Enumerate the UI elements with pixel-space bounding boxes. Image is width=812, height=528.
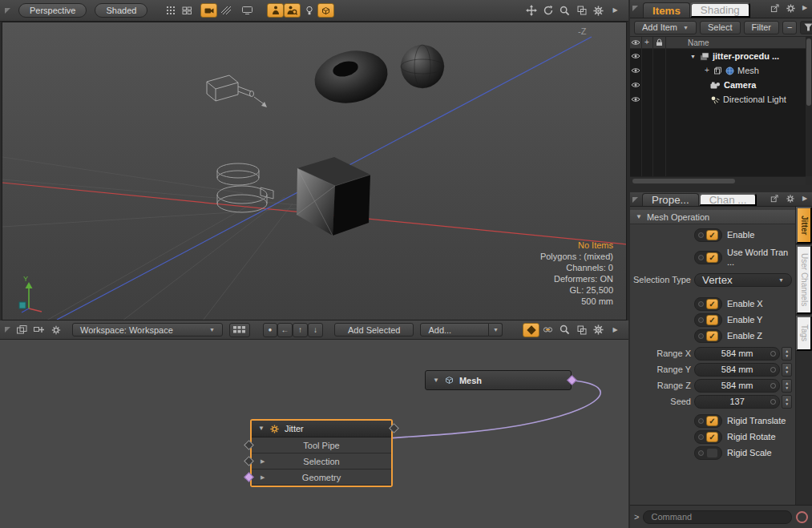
command-input[interactable] xyxy=(643,510,792,524)
spinner-down-icon[interactable]: ▼ xyxy=(785,370,789,374)
filter-button[interactable]: Filter xyxy=(744,21,779,34)
viewport-options-button[interactable] xyxy=(590,3,607,18)
add-selected-button[interactable]: Add Selected xyxy=(334,323,414,337)
add-item-button[interactable]: Add Item ▼ xyxy=(634,21,697,34)
schematic-layout-button[interactable] xyxy=(573,323,590,337)
items-vertical-scrollbar[interactable] xyxy=(806,37,812,176)
enable-z-checkbox[interactable]: ✓ xyxy=(694,329,722,343)
add-button[interactable]: Add... xyxy=(420,323,489,337)
visibility-column-icon[interactable] xyxy=(630,37,641,48)
panel-corner-icon[interactable] xyxy=(5,8,10,14)
spinner-down-icon[interactable]: ▼ xyxy=(785,386,789,390)
range-y-field[interactable]: 584 mm xyxy=(694,363,780,377)
pan-view-button[interactable] xyxy=(523,3,539,18)
show-lights-toggle[interactable] xyxy=(301,3,317,18)
selection-type-dropdown[interactable]: Vertex ▼ xyxy=(694,273,792,287)
expand-triangle-icon[interactable]: ▶ xyxy=(261,474,265,481)
node-settings-button[interactable] xyxy=(47,323,64,337)
viewport-canvas[interactable]: -Z No Items Polygons : (mixed) Channels:… xyxy=(2,22,627,320)
align-up-button[interactable]: ↑ xyxy=(293,323,308,337)
jitter-node-header[interactable]: ▼ Jitter xyxy=(252,421,391,437)
mesh-node[interactable]: ▼ Mesh xyxy=(425,370,572,390)
show-meshes-toggle[interactable] xyxy=(317,3,334,18)
show-selection-toggle[interactable] xyxy=(284,3,301,18)
view-type-dropdown[interactable]: Perspective xyxy=(18,3,87,18)
seed-spinner[interactable]: ▲▼ xyxy=(782,395,792,409)
camera-object[interactable] xyxy=(207,75,267,107)
tab-properties[interactable]: Prope... xyxy=(642,193,699,206)
viewport-display-toggle[interactable] xyxy=(239,3,256,18)
popout-panel-button[interactable] xyxy=(768,1,781,15)
item-row-jitter-procedural[interactable]: ▼ jitter-procedu ... xyxy=(630,49,806,63)
pin-column-icon[interactable]: + xyxy=(641,37,652,48)
spinner-up-icon[interactable]: ▲ xyxy=(785,365,789,369)
list-filter-button[interactable] xyxy=(800,21,812,34)
lock-column-icon[interactable] xyxy=(652,37,665,48)
item-row-camera[interactable]: Camera xyxy=(630,78,806,92)
scrollbar-thumb[interactable] xyxy=(632,179,735,183)
add-dropdown-arrow[interactable]: ▼ xyxy=(489,323,503,337)
mesh-operation-section-header[interactable]: ▼ Mesh Operation xyxy=(630,210,795,224)
name-column-header[interactable]: Name xyxy=(688,38,709,47)
items-horizontal-scrollbar[interactable] xyxy=(630,176,806,185)
grid-squares-toggle[interactable] xyxy=(179,3,196,18)
panel-corner-icon[interactable] xyxy=(632,197,638,203)
side-tab-jitter[interactable]: Jitter xyxy=(796,207,812,244)
range-x-spinner[interactable]: ▲▼ xyxy=(782,347,792,361)
tab-items[interactable]: Items xyxy=(643,2,690,18)
spinner-down-icon[interactable]: ▼ xyxy=(785,402,789,406)
spinner-down-icon[interactable]: ▼ xyxy=(785,354,789,358)
spinner-up-icon[interactable]: ▲ xyxy=(785,397,789,401)
expander-icon[interactable]: ▼ xyxy=(689,54,697,59)
align-left-button[interactable]: ← xyxy=(277,323,293,337)
viewport-layout-button[interactable] xyxy=(573,3,590,18)
center-nodes-button[interactable]: ● xyxy=(263,323,277,337)
add-node-button[interactable] xyxy=(30,323,47,337)
remove-item-button[interactable]: − xyxy=(782,21,797,34)
range-z-spinner[interactable]: ▲▼ xyxy=(782,379,792,393)
schematic-canvas[interactable]: ▼ Mesh ▼ Jitter Tool Pipe ▶ Selection ▶ … xyxy=(0,340,628,528)
side-tab-user-channels[interactable]: User Channels xyxy=(796,245,812,314)
minislider-knob-icon[interactable] xyxy=(770,383,776,389)
spinner-up-icon[interactable]: ▲ xyxy=(785,381,789,385)
eye-icon[interactable] xyxy=(630,63,641,78)
minislider-knob-icon[interactable] xyxy=(770,399,776,405)
enable-checkbox[interactable]: ✓ xyxy=(694,228,722,242)
jitter-node[interactable]: ▼ Jitter Tool Pipe ▶ Selection ▶ Geometr… xyxy=(250,419,393,487)
connection-style-toggle[interactable] xyxy=(523,323,539,337)
enable-x-checkbox[interactable]: ✓ xyxy=(694,297,722,311)
eye-icon[interactable] xyxy=(630,92,641,107)
schematic-zoom-button[interactable] xyxy=(556,323,573,337)
shading-mode-dropdown[interactable]: Shaded xyxy=(95,3,147,18)
schematic-overlay-button[interactable] xyxy=(14,323,30,337)
panel-expand-button[interactable]: ▶ xyxy=(800,1,810,15)
panel-corner-icon[interactable] xyxy=(5,327,10,333)
eye-icon[interactable] xyxy=(630,49,641,63)
grid-layout-button[interactable] xyxy=(229,323,250,337)
panel-expand-button[interactable]: ▶ xyxy=(607,323,624,337)
sphere-object[interactable] xyxy=(401,45,444,88)
spinner-up-icon[interactable]: ▲ xyxy=(785,349,789,353)
show-locators-toggle[interactable] xyxy=(267,3,284,18)
panel-corner-icon[interactable] xyxy=(632,6,638,11)
range-z-field[interactable]: 584 mm xyxy=(694,379,780,393)
item-row-mesh[interactable]: + Mesh xyxy=(630,63,806,78)
expand-triangle-icon[interactable]: ▶ xyxy=(261,458,265,465)
range-x-field[interactable]: 584 mm xyxy=(694,347,780,361)
enable-y-checkbox[interactable]: ✓ xyxy=(694,313,722,327)
workspace-dropdown[interactable]: Workspace: Workspace ▼ xyxy=(72,323,223,337)
auto-link-toggle[interactable] xyxy=(539,323,556,337)
popout-panel-button[interactable] xyxy=(768,193,781,204)
grid-dots-toggle[interactable] xyxy=(162,3,179,18)
rotate-view-button[interactable] xyxy=(539,3,556,18)
jitter-selection-row[interactable]: ▶ Selection xyxy=(252,453,391,470)
zoom-view-button[interactable] xyxy=(556,3,573,18)
scrollbar-thumb[interactable] xyxy=(806,38,811,106)
rigid-translate-checkbox[interactable]: ✓ xyxy=(694,414,722,428)
panel-expand-button[interactable]: ▶ xyxy=(607,3,624,18)
seed-field[interactable]: 137 xyxy=(694,395,780,409)
item-row-directional-light[interactable]: Directional Light xyxy=(630,92,806,107)
cube-object[interactable] xyxy=(297,157,370,236)
item-tree[interactable]: ▼ jitter-procedu ... + Mesh xyxy=(630,49,806,176)
align-down-button[interactable]: ↓ xyxy=(308,323,323,337)
